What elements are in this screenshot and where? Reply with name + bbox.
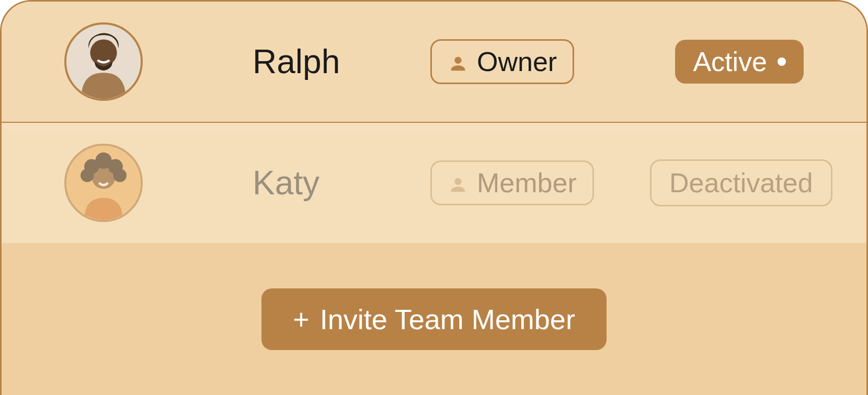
- invite-label: Invite Team Member: [320, 303, 575, 335]
- svg-point-8: [95, 153, 111, 169]
- avatar[interactable]: [64, 144, 143, 222]
- status-dot-icon: [778, 57, 786, 66]
- team-members-card: Ralph Owner Active: [0, 0, 868, 395]
- plus-icon: +: [293, 305, 310, 333]
- status-label: Deactivated: [669, 167, 813, 199]
- member-name: Ralph: [253, 42, 409, 81]
- role-label: Owner: [477, 46, 557, 77]
- invite-team-member-button[interactable]: + Invite Team Member: [261, 288, 607, 350]
- status-label: Active: [693, 46, 767, 77]
- avatar-placeholder-icon: [66, 146, 141, 220]
- status-badge-deactivated[interactable]: Deactivated: [650, 159, 832, 206]
- avatar[interactable]: [64, 22, 143, 101]
- avatar-placeholder-icon: [66, 25, 141, 99]
- person-icon: [448, 171, 469, 194]
- footer: + Invite Team Member: [2, 243, 866, 395]
- svg-point-6: [81, 169, 94, 182]
- member-name: Katy: [253, 164, 409, 202]
- role-label: Member: [477, 167, 577, 199]
- role-badge[interactable]: Member: [430, 160, 594, 205]
- status-badge-active[interactable]: Active: [675, 40, 804, 84]
- role-badge[interactable]: Owner: [430, 39, 574, 84]
- person-icon: [448, 50, 469, 73]
- member-row: Ralph Owner Active: [2, 2, 866, 123]
- svg-point-7: [113, 169, 127, 182]
- member-row: Katy Member Deactivated: [2, 123, 866, 243]
